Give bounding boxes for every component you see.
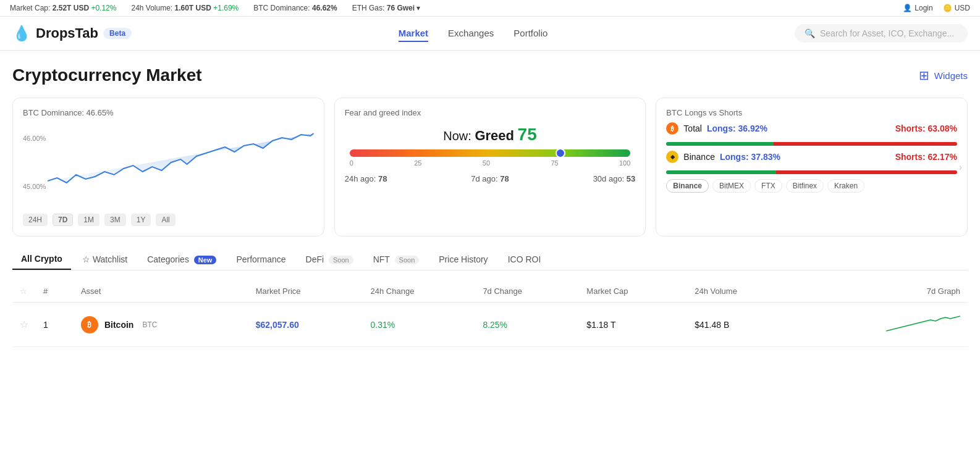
- history-30d-label: 30d ago:: [593, 174, 625, 183]
- tab-nft[interactable]: NFT Soon: [365, 249, 428, 269]
- tab-ftx[interactable]: FTX: [754, 179, 782, 193]
- exchange-tabs: Binance BitMEX FTX Bitfinex Kraken: [666, 179, 957, 193]
- cards-row: BTC Dominance: 46.65% 46.00% 45.00% 24H: [12, 98, 968, 236]
- gauge-dot: [555, 148, 565, 158]
- tab-watchlist[interactable]: ☆ Watchlist: [74, 249, 136, 269]
- nft-label: NFT: [373, 254, 390, 264]
- login-button[interactable]: 👤 Login: [903, 4, 932, 12]
- star-icon: ☆: [82, 254, 90, 264]
- change-7d-cell: 8.25%: [475, 303, 579, 347]
- btc-dominance-stat: BTC Dominance: 46.62%: [253, 4, 337, 12]
- fear-greed-card: Fear and greed index Now: Greed 75 0 25 …: [334, 98, 646, 236]
- login-label: Login: [915, 4, 932, 12]
- btc-icon: ₿: [666, 122, 678, 135]
- history-7d-label: 7d ago:: [471, 174, 497, 183]
- total-bar-row: [666, 142, 957, 146]
- asset-ticker: BTC: [142, 320, 157, 329]
- page-content: Cryptocurrency Market ⊞ Widgets BTC Domi…: [0, 51, 980, 347]
- tab-all-crypto[interactable]: All Crypto: [12, 249, 71, 270]
- history-24h-value: 78: [378, 174, 387, 183]
- all-crypto-label: All Crypto: [21, 254, 62, 264]
- user-icon: 👤: [903, 4, 912, 12]
- binance-shorts-label: Shorts:: [895, 152, 926, 162]
- tab-categories[interactable]: Categories New: [138, 249, 225, 269]
- binance-bar-row: [666, 170, 957, 174]
- total-longs-pct: 36.92%: [738, 123, 767, 133]
- total-shorts-label: Shorts:: [895, 123, 926, 133]
- ticker-left: Market Cap: 2.52T USD +0.12% 24h Volume:…: [10, 4, 420, 12]
- time-btn-7d[interactable]: 7D: [53, 214, 73, 226]
- total-longs: Longs: 36.92%: [707, 123, 767, 133]
- volume-label: 24h Volume:: [131, 4, 172, 12]
- binance-label: Binance: [683, 152, 715, 162]
- time-btn-all[interactable]: All: [156, 214, 175, 226]
- btc-dominance-chart: 46.00% 45.00%: [23, 122, 314, 209]
- currency-icon: 🪙: [943, 4, 952, 12]
- search-placeholder: Search for Asset, ICO, Exchange...: [820, 28, 954, 38]
- time-btn-3m[interactable]: 3M: [104, 214, 126, 226]
- sentiment-label: Greed: [475, 128, 514, 143]
- star-cell[interactable]: ☆: [12, 303, 36, 347]
- volume-cell: $41.48 B: [687, 303, 797, 347]
- currency-selector[interactable]: 🪙 USD: [943, 4, 970, 12]
- gauge-container: 0 25 50 75 100: [350, 149, 631, 167]
- history-30d: 30d ago: 53: [593, 174, 636, 183]
- longs-shorts-card-title: BTC Longs vs Shorts: [666, 108, 957, 117]
- tab-binance[interactable]: Binance: [666, 179, 709, 193]
- logo-icon: 💧: [12, 25, 31, 42]
- binance-row: ◈ Binance Longs: 37.83% Shorts: 62.17%: [666, 151, 957, 163]
- gauge-label-50: 50: [483, 159, 490, 167]
- chevron-down-icon[interactable]: ▾: [416, 4, 420, 12]
- tab-kraken[interactable]: Kraken: [827, 179, 864, 193]
- table-row: ☆ 1 ₿ Bitcoin BTC $62,057.60 0.31%: [12, 303, 968, 347]
- btc-dominance-card: BTC Dominance: 46.65% 46.00% 45.00% 24H: [12, 98, 324, 236]
- tab-price-history[interactable]: Price History: [430, 249, 496, 269]
- widgets-button[interactable]: ⊞ Widgets: [919, 68, 968, 83]
- nav-portfolio[interactable]: Portfolio: [513, 25, 547, 42]
- page-title: Cryptocurrency Market: [12, 65, 202, 85]
- history-7d: 7d ago: 78: [471, 174, 509, 183]
- market-cap-value: 2.52T USD: [53, 4, 89, 12]
- nav-market[interactable]: Market: [399, 25, 428, 42]
- time-btn-1m[interactable]: 1M: [78, 214, 99, 226]
- header-24h-volume: 24h Volume: [687, 280, 797, 303]
- watchlist-label: Watchlist: [93, 254, 127, 264]
- row-star-icon[interactable]: ☆: [20, 319, 28, 330]
- nav-exchanges[interactable]: Exchanges: [448, 25, 494, 42]
- time-btn-1y[interactable]: 1Y: [131, 214, 151, 226]
- time-btn-24h[interactable]: 24H: [23, 214, 48, 226]
- chart-label-top: 46.00%: [23, 135, 46, 142]
- tab-defi[interactable]: DeFi Soon: [297, 249, 362, 269]
- header-market-price: Market Price: [248, 280, 363, 303]
- widgets-icon: ⊞: [919, 68, 929, 83]
- longs-shorts-card: BTC Longs vs Shorts ₿ Total Longs: 36.92…: [656, 98, 968, 236]
- logo-text: DropsTab: [36, 25, 98, 41]
- header-rank: #: [36, 280, 74, 303]
- gauge-label-0: 0: [350, 159, 353, 167]
- binance-longs-pct: 37.83%: [751, 152, 780, 162]
- binance-icon: ◈: [666, 151, 678, 163]
- tab-performance[interactable]: Performance: [227, 249, 294, 269]
- search-icon: 🔍: [805, 28, 815, 38]
- header-asset: Asset: [74, 280, 248, 303]
- widgets-label: Widgets: [934, 70, 968, 81]
- tab-ico-roi[interactable]: ICO ROI: [499, 249, 550, 269]
- total-label: Total: [683, 123, 702, 133]
- tab-bitfinex[interactable]: Bitfinex: [786, 179, 824, 193]
- change-7d: 8.25%: [483, 320, 507, 330]
- currency-label: USD: [955, 4, 970, 12]
- gauge-bar: [350, 149, 631, 157]
- total-longs-bar: [666, 142, 774, 146]
- tab-bitmex[interactable]: BitMEX: [712, 179, 751, 193]
- asset-cell[interactable]: ₿ Bitcoin BTC: [74, 303, 248, 347]
- fear-greed-history: 24h ago: 78 7d ago: 78 30d ago: 53: [345, 174, 636, 183]
- gauge-labels: 0 25 50 75 100: [350, 159, 631, 167]
- performance-label: Performance: [236, 254, 285, 264]
- header-7d-graph: 7d Graph: [797, 280, 968, 303]
- main-nav: 💧 DropsTab Beta Market Exchanges Portfol…: [0, 17, 980, 51]
- nav-links: Market Exchanges Portfolio: [151, 25, 795, 42]
- binance-shorts-bar: [776, 170, 957, 174]
- search-box[interactable]: 🔍 Search for Asset, ICO, Exchange...: [795, 24, 968, 43]
- market-cap-stat: Market Cap: 2.52T USD +0.12%: [10, 4, 116, 12]
- gauge-label-25: 25: [414, 159, 421, 167]
